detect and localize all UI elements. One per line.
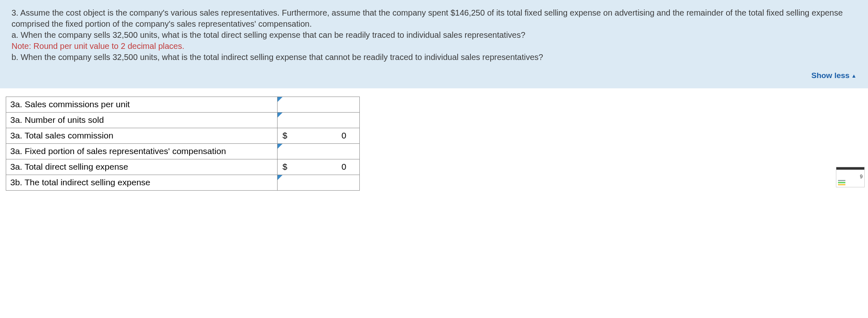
row-label: 3a. Sales commissions per unit xyxy=(6,97,278,112)
total-direct-selling-expense-value: $0 xyxy=(278,159,360,175)
thumbnail-label: 9 xyxy=(860,174,863,180)
answer-table-wrap: 3a. Sales commissions per unit 3a. Numbe… xyxy=(0,88,868,191)
sales-commissions-per-unit-input[interactable] xyxy=(278,97,360,112)
row-label: 3a. Fixed portion of sales representativ… xyxy=(6,143,278,159)
question-number: 3. xyxy=(12,8,19,17)
answer-table: 3a. Sales commissions per unit 3a. Numbe… xyxy=(6,97,360,191)
table-row: 3b. The total indirect selling expense xyxy=(6,175,360,190)
show-less-label: Show less xyxy=(811,71,849,80)
input-flag-icon xyxy=(278,175,282,180)
chevron-up-icon: ▲ xyxy=(851,72,856,80)
table-row: 3a. Number of units sold xyxy=(6,112,360,128)
table-row: 3a. Total direct selling expense $0 xyxy=(6,159,360,175)
input-flag-icon xyxy=(278,113,282,118)
row-label: 3a. Total direct selling expense xyxy=(6,159,278,175)
thumbnail-bars-icon xyxy=(838,179,845,185)
question-part-a: a. When the company sells 32,500 units, … xyxy=(12,30,856,41)
question-note: Note: Round per unit value to 2 decimal … xyxy=(12,41,856,52)
question-main-text: Assume the cost object is the company's … xyxy=(12,8,843,28)
calc-value: 0 xyxy=(310,131,352,141)
row-label: 3a. Total sales commission xyxy=(6,128,278,143)
fixed-portion-compensation-input[interactable] xyxy=(278,143,360,159)
row-label: 3a. Number of units sold xyxy=(6,112,278,128)
calc-value: 0 xyxy=(310,162,352,172)
total-sales-commission-value: $0 xyxy=(278,128,360,143)
page-thumbnail[interactable]: 9 xyxy=(836,167,865,187)
currency-symbol: $ xyxy=(278,162,310,172)
table-row: 3a. Fixed portion of sales representativ… xyxy=(6,143,360,159)
number-of-units-sold-input[interactable] xyxy=(278,112,360,128)
question-prompt: 3. Assume the cost object is the company… xyxy=(12,7,856,30)
show-less-toggle[interactable]: Show less▲ xyxy=(12,70,856,81)
table-row: 3a. Total sales commission $0 xyxy=(6,128,360,143)
row-label: 3b. The total indirect selling expense xyxy=(6,175,278,190)
question-box: 3. Assume the cost object is the company… xyxy=(0,0,868,88)
table-row: 3a. Sales commissions per unit xyxy=(6,97,360,112)
currency-symbol: $ xyxy=(278,131,310,141)
total-indirect-selling-expense-input[interactable] xyxy=(278,175,360,190)
question-part-b: b. When the company sells 32,500 units, … xyxy=(12,52,856,63)
input-flag-icon xyxy=(278,144,282,149)
input-flag-icon xyxy=(278,97,282,102)
